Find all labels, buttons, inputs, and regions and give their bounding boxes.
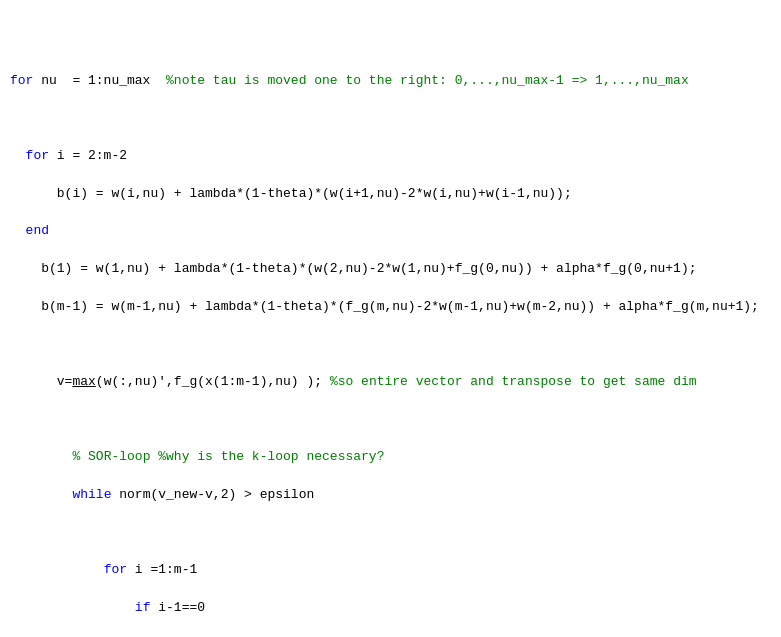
code-line-6: end [10,222,771,241]
code-text: nu = 1:nu_max [33,73,166,88]
comment-1: %note tau is moved one to the right: 0,.… [166,73,689,88]
code-line-5: b(i) = w(i,nu) + lambda*(1-theta)*(w(i+1… [10,185,771,204]
underline-max: max [72,374,95,389]
code-line-12: % SOR-loop %why is the k-loop necessary? [10,448,771,467]
code-line-3 [10,109,771,128]
code-text-5: i-1==0 [150,600,205,615]
code-line-11 [10,411,771,430]
keyword-while: while [72,487,111,502]
keyword-if: if [135,600,151,615]
code-text-2: i = 2:m-2 [49,148,127,163]
code-editor: for nu = 1:nu_max %note tau is moved one… [0,10,781,637]
comment-3: % SOR-loop %why is the k-loop necessary? [72,449,384,464]
code-text-4: i =1:m-1 [127,562,197,577]
code-line-7: b(1) = w(1,nu) + lambda*(1-theta)*(w(2,n… [10,260,771,279]
code-line-4: for i = 2:m-2 [10,147,771,166]
code-line-1 [10,34,771,53]
code-line-10: v=max(w(:,nu)',f_g(x(1:m-1),nu) ); %so e… [10,373,771,392]
code-text-3: norm(v_new-v,2) > epsilon [111,487,314,502]
code-line-2: for nu = 1:nu_max %note tau is moved one… [10,72,771,91]
keyword-for: for [10,73,33,88]
code-line-14 [10,524,771,543]
comment-2: %so entire vector and transpose to get s… [330,374,697,389]
code-line-8: b(m-1) = w(m-1,nu) + lambda*(1-theta)*(f… [10,298,771,317]
code-line-16: if i-1==0 [10,599,771,618]
keyword-for3: for [104,562,127,577]
code-line-15: for i =1:m-1 [10,561,771,580]
code-line-13: while norm(v_new-v,2) > epsilon [10,486,771,505]
keyword-end1: end [26,223,49,238]
code-line-9 [10,335,771,354]
keyword-for2: for [26,148,49,163]
